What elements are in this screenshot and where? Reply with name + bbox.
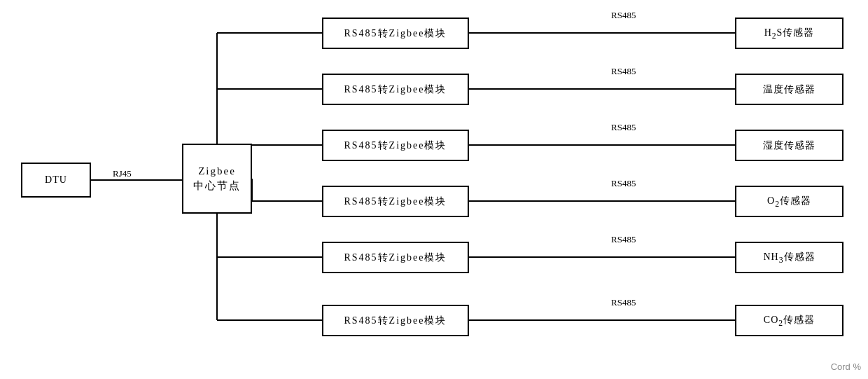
rs485-module-4: RS485转Zigbee模块	[322, 186, 469, 217]
rs485-conn-label-5: RS485	[609, 234, 638, 245]
sensor-h2s: H2S传感器	[735, 18, 844, 49]
sensor-co2: CO2传感器	[735, 305, 844, 336]
sensor-nh3: NH3传感器	[735, 242, 844, 273]
sensor-o2: O2传感器	[735, 186, 844, 217]
sensor-temperature: 温度传感器	[735, 74, 844, 105]
rs485-module-1: RS485转Zigbee模块	[322, 18, 469, 49]
rs485-conn-label-2: RS485	[609, 66, 638, 77]
rs485-conn-label-3: RS485	[609, 122, 638, 133]
zigbee-center-box: Zigbee 中心节点	[182, 144, 252, 214]
rj45-label: RJ45	[111, 168, 134, 179]
rs485-conn-label-1: RS485	[609, 10, 638, 21]
dtu-box: DTU	[21, 163, 91, 198]
rs485-conn-label-4: RS485	[609, 178, 638, 189]
sensor-humidity: 湿度传感器	[735, 130, 844, 161]
rs485-module-2: RS485转Zigbee模块	[322, 74, 469, 105]
diagram-container: DTU RJ45 Zigbee 中心节点 RS485转Zigbee模块 RS48…	[0, 0, 868, 379]
rs485-module-3: RS485转Zigbee模块	[322, 130, 469, 161]
rs485-module-5: RS485转Zigbee模块	[322, 242, 469, 273]
watermark: Cord %	[831, 361, 861, 372]
rs485-conn-label-6: RS485	[609, 297, 638, 308]
rs485-module-6: RS485转Zigbee模块	[322, 305, 469, 336]
